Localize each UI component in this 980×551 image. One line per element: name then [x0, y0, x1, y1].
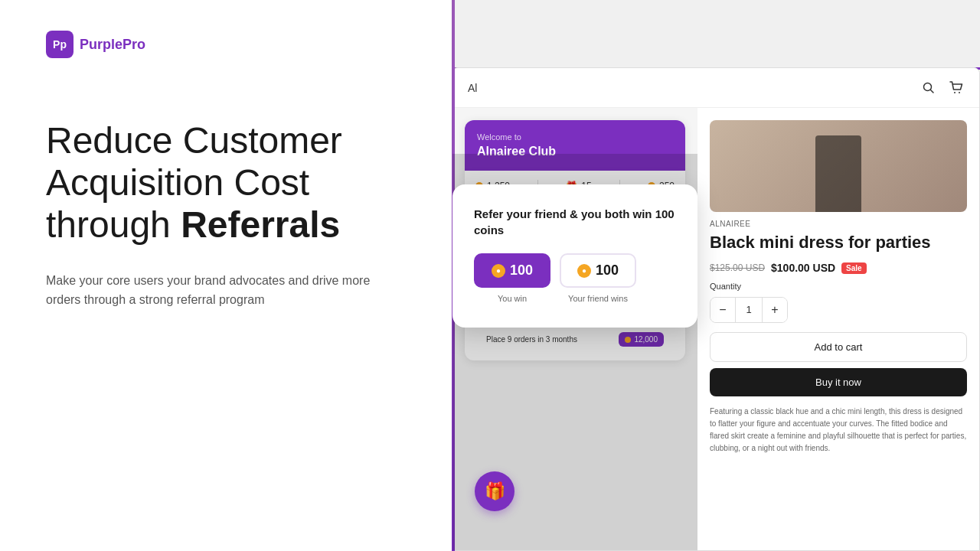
coins-row: ● 100 ● 100 — [474, 253, 676, 288]
you-win-badge: ● 100 — [474, 253, 550, 288]
sale-price: $100.00 USD — [771, 262, 835, 274]
svg-point-2 — [954, 92, 956, 93]
svg-line-1 — [931, 90, 934, 93]
friend-wins-label: Your friend wins — [560, 294, 636, 303]
product-image — [710, 120, 967, 212]
widget-welcome-label: Welcome to — [477, 132, 673, 142]
coin-labels: You win Your friend wins — [474, 294, 676, 303]
store-header: Al — [452, 68, 979, 108]
quantity-label: Quantity — [710, 282, 967, 291]
coin-icon-you: ● — [492, 264, 505, 278]
svg-point-3 — [959, 92, 960, 93]
modal-title: Refer your friend & you both win 100 coi… — [474, 206, 676, 238]
buy-now-button[interactable]: Buy it now — [710, 368, 967, 396]
quantity-plus-button[interactable]: + — [763, 298, 787, 322]
logo-text: PurplePro — [80, 37, 145, 53]
quantity-control: − 1 + — [710, 297, 788, 323]
gift-float-button[interactable]: 🎁 — [475, 471, 514, 511]
product-pricing: $125.00 USD $100.00 USD Sale — [710, 262, 967, 274]
browser-mockup: Al — [452, 67, 980, 551]
sale-badge: Sale — [841, 262, 867, 274]
quantity-minus-button[interactable]: − — [710, 298, 735, 322]
original-price: $125.00 USD — [710, 262, 765, 273]
coin-icon-friend: ● — [577, 264, 591, 278]
left-panel: Pp PurplePro Reduce Customer Acquisition… — [0, 0, 452, 551]
add-to-cart-button[interactable]: Add to cart — [710, 332, 967, 362]
search-icon[interactable] — [921, 80, 936, 96]
logo-icon: Pp — [46, 31, 74, 58]
headline: Reduce Customer Acquisition Cost through… — [46, 119, 406, 246]
product-title: Black mini dress for parties — [710, 233, 967, 253]
quantity-value: 1 — [735, 298, 763, 322]
logo-area: Pp PurplePro — [46, 31, 406, 58]
product-brand: ALNAIREE — [710, 220, 967, 228]
friend-wins-badge: ● 100 — [560, 253, 636, 288]
subtext: Make your core users your brand advocate… — [46, 271, 390, 310]
right-panel: Al — [452, 0, 980, 551]
store-header-actions — [921, 80, 964, 96]
cart-icon[interactable] — [949, 80, 964, 96]
store-name: Al — [468, 82, 477, 94]
product-area: ALNAIREE Black mini dress for parties $1… — [697, 108, 979, 550]
product-description: Featuring a classic black hue and a chic… — [710, 406, 967, 455]
store-content: Welcome to Alnairee Club 1,250 🎁 15 — [452, 108, 979, 550]
you-win-label: You win — [474, 294, 550, 303]
referral-modal: Refer your friend & you both win 100 coi… — [452, 184, 697, 328]
